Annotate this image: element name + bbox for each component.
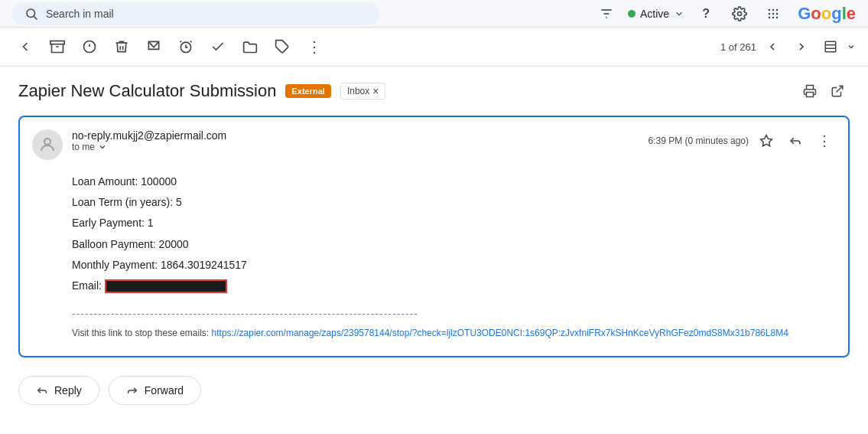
to-label: to me <box>72 142 95 152</box>
svg-line-1 <box>34 16 37 19</box>
email-divider: ----------------------------------------… <box>72 305 836 324</box>
inbox-label: Inbox <box>347 86 369 96</box>
reply-icon <box>788 134 802 148</box>
search-bar[interactable]: Search in mail <box>12 2 379 25</box>
forward-button[interactable]: Forward <box>109 376 201 405</box>
more-email-button[interactable]: ⋮ <box>813 129 836 152</box>
delete-button[interactable] <box>109 34 135 60</box>
active-label: Active <box>640 8 669 20</box>
sender-avatar <box>32 129 63 160</box>
snooze-icon <box>178 39 193 54</box>
forward-btn-icon <box>126 384 138 396</box>
archive-button[interactable] <box>44 34 70 60</box>
svg-rect-24 <box>825 41 836 52</box>
reply-label: Reply <box>54 384 82 396</box>
star-button[interactable] <box>755 129 778 152</box>
print-button[interactable] <box>798 79 822 103</box>
done-icon <box>210 39 226 54</box>
back-button[interactable] <box>12 34 38 60</box>
prev-email-button[interactable] <box>759 34 785 60</box>
svg-point-5 <box>738 11 742 15</box>
reply-btn-icon <box>36 384 48 396</box>
svg-point-9 <box>769 12 771 15</box>
email-subject: Zapier New Calculator Submission <box>18 81 276 101</box>
sender-to[interactable]: to me <box>72 142 649 152</box>
reply-header-button[interactable] <box>784 129 807 152</box>
filter-button[interactable] <box>594 2 619 26</box>
folder-icon <box>242 39 258 54</box>
layout-dropdown-icon[interactable] <box>847 42 856 51</box>
external-badge: External <box>285 84 330 98</box>
more-email-icon: ⋮ <box>818 132 831 149</box>
svg-point-14 <box>776 16 779 18</box>
layout-icon <box>824 40 837 54</box>
open-external-button[interactable] <box>825 79 850 103</box>
done-button[interactable] <box>205 34 231 60</box>
reply-button[interactable]: Reply <box>18 376 99 405</box>
email-title-row: Zapier New Calculator Submission Externa… <box>18 79 850 103</box>
apps-button[interactable] <box>761 2 785 26</box>
sender-name: no-reply.mukjj2@zapiermail.com <box>72 129 649 142</box>
main-content: Zapier New Calculator Submission Externa… <box>0 67 868 434</box>
snooze-button[interactable] <box>173 34 199 60</box>
svg-point-6 <box>769 8 771 11</box>
email-timestamp: 6:39 PM (0 minutes ago) <box>649 135 749 146</box>
star-icon <box>759 134 773 148</box>
svg-line-21 <box>180 41 182 43</box>
svg-point-13 <box>772 16 775 18</box>
email-header-actions: 6:39 PM (0 minutes ago) ⋮ <box>649 129 836 152</box>
top-bar: Search in mail Active ? Google <box>0 0 868 28</box>
toolbar-right: 1 of 261 <box>720 34 856 60</box>
svg-point-11 <box>776 12 779 15</box>
svg-marker-30 <box>761 135 772 146</box>
svg-point-7 <box>772 8 775 11</box>
layout-button[interactable] <box>818 34 844 60</box>
loan-amount: Loan Amount: 100000 <box>72 172 836 191</box>
svg-point-8 <box>776 8 779 11</box>
report-button[interactable] <box>76 34 102 60</box>
more-actions-button[interactable]: ⋮ <box>301 34 327 60</box>
svg-point-10 <box>772 12 775 15</box>
email-field: Email: <box>72 276 836 295</box>
help-icon: ? <box>702 7 710 21</box>
stop-emails-text: Visit this link to stop these emails: ht… <box>72 325 836 342</box>
monthly-payment: Monthly Payment: 1864.3019241517 <box>72 256 836 275</box>
help-button[interactable]: ? <box>694 2 718 26</box>
printer-icon <box>803 84 817 98</box>
svg-rect-27 <box>807 93 814 97</box>
action-buttons: Reply Forward <box>18 370 850 411</box>
email-label: Email: <box>72 279 102 292</box>
forward-label: Forward <box>145 384 184 396</box>
balloon-payment: Balloon Payment: 20000 <box>72 235 836 254</box>
email-body: Loan Amount: 100000 Loan Term (in years)… <box>32 172 836 342</box>
inbox-badge: Inbox × <box>340 83 386 100</box>
google-logo: Google <box>798 4 856 24</box>
active-status-button[interactable]: Active <box>628 8 684 20</box>
next-email-button[interactable] <box>788 34 814 60</box>
svg-point-12 <box>769 16 771 18</box>
trash-icon <box>114 39 129 54</box>
mark-unread-button[interactable] <box>141 34 167 60</box>
stop-emails-link[interactable]: https://zapier.com/manage/zaps/239578144… <box>212 328 788 338</box>
external-link-icon <box>831 84 844 98</box>
gear-icon <box>732 6 747 21</box>
mark-unread-icon <box>146 39 161 54</box>
settings-button[interactable] <box>727 2 752 26</box>
apps-icon <box>766 6 781 21</box>
inbox-remove-button[interactable]: × <box>372 85 379 97</box>
svg-rect-15 <box>50 41 64 44</box>
search-icon <box>24 7 38 21</box>
svg-point-0 <box>27 9 35 18</box>
filter-icon <box>599 6 614 21</box>
label-icon <box>275 39 290 54</box>
email-counter: 1 of 261 <box>720 41 756 53</box>
label-button[interactable] <box>269 34 295 60</box>
to-chevron-icon <box>98 142 107 152</box>
chevron-down-icon <box>674 8 684 19</box>
toolbar: ⋮ 1 of 261 <box>0 28 868 67</box>
stop-emails-label: Visit this link to stop these emails: <box>72 328 209 338</box>
move-to-button[interactable] <box>237 34 263 60</box>
email-redacted-value <box>105 279 227 293</box>
report-icon <box>82 39 97 54</box>
active-dot <box>628 10 636 18</box>
